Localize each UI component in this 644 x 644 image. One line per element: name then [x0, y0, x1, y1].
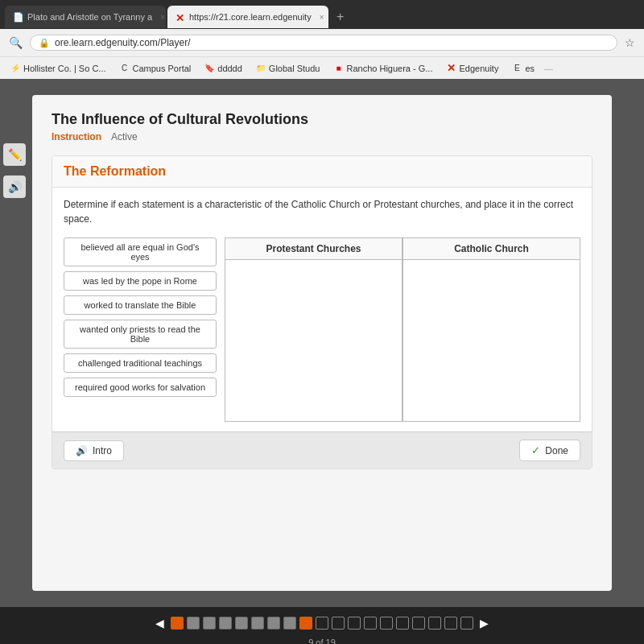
audio-icon-button[interactable]: 🔊: [3, 175, 26, 198]
drop-columns: Protestant Churches Catholic Church: [225, 237, 580, 422]
bookmark-separator: —: [544, 64, 553, 73]
protestant-drop-zone[interactable]: Protestant Churches: [225, 237, 402, 422]
nav-dot-10[interactable]: [316, 617, 328, 630]
bookmark-rancho-label: Rancho Higuera - G...: [346, 64, 432, 73]
bookmark-edgenuity[interactable]: ✕ Edgenuity: [442, 62, 502, 75]
tab-bar: 📄 Plato and Aristotle on Tyranny a × ✕ h…: [0, 0, 644, 29]
catholic-drop-zone[interactable]: Catholic Church: [402, 237, 580, 422]
drag-item-2[interactable]: worked to translate the Bible: [64, 295, 217, 315]
bookmark-ddddd[interactable]: 🔖 ddddd: [200, 62, 246, 75]
bookmark-es-label: es: [525, 64, 535, 73]
status-instruction: Instruction: [52, 131, 101, 142]
nav-dot-8[interactable]: [283, 617, 296, 630]
nav-dot-2[interactable]: [187, 617, 200, 630]
lesson-status-row: Instruction Active: [52, 131, 592, 142]
activity-title: The Reformation: [64, 164, 580, 179]
bookmark-edgenuity-label: Edgenuity: [459, 64, 498, 73]
catholic-column-header: Catholic Church: [403, 238, 580, 260]
activity-body: Determine if each statement is a charact…: [52, 188, 592, 431]
bookmark-ddddd-icon: 🔖: [204, 63, 215, 74]
address-text: ore.learn.edgenuity.com/Player/: [55, 37, 191, 48]
bookmark-rancho[interactable]: ■ Rancho Higuera - G...: [329, 62, 436, 75]
nav-dot-13[interactable]: [364, 617, 377, 630]
bookmark-edgenuity-icon: ✕: [445, 63, 456, 74]
intro-label: Intro: [93, 445, 112, 456]
nav-dot-4[interactable]: [219, 617, 232, 630]
nav-dot-1[interactable]: [171, 617, 184, 630]
intro-icon: 🔊: [76, 445, 88, 456]
protestant-drop-body[interactable]: [225, 260, 402, 421]
tab-2-label: https://r21.core.learn.edgenuity: [189, 12, 312, 22]
tab-1-close[interactable]: ×: [160, 13, 165, 22]
drag-item-5[interactable]: required good works for salvation: [64, 378, 217, 397]
prev-arrow[interactable]: ◀: [152, 617, 167, 630]
bookmark-rancho-icon: ■: [332, 63, 344, 74]
drag-item-3[interactable]: wanted only priests to read the Bible: [64, 320, 217, 349]
nav-dot-11[interactable]: [332, 617, 345, 630]
done-icon: ✓: [531, 444, 540, 456]
next-arrow[interactable]: ▶: [477, 617, 492, 630]
activity-box: The Reformation Determine if each statem…: [52, 155, 592, 469]
drag-item-0[interactable]: believed all are equal in God's eyes: [64, 237, 217, 266]
drag-item-4[interactable]: challenged traditional teachings: [64, 353, 217, 373]
protestant-column-header: Protestant Churches: [225, 238, 402, 260]
address-bar[interactable]: 🔒 ore.learn.edgenuity.com/Player/: [30, 35, 617, 51]
new-tab-button[interactable]: +: [330, 10, 350, 24]
bookmark-hollister-label: Hollister Co. | So C...: [23, 64, 106, 73]
nav-dot-16[interactable]: [412, 617, 425, 630]
nav-dot-15[interactable]: [396, 617, 409, 630]
lesson-title: The Influence of Cultural Revolutions: [52, 111, 592, 128]
bookmark-campus-label: Campus Portal: [133, 64, 192, 73]
bookmark-hollister[interactable]: ⚡ Hollister Co. | So C...: [6, 62, 109, 75]
bookmark-ddddd-label: ddddd: [217, 64, 242, 73]
nav-dot-14[interactable]: [380, 617, 393, 630]
drag-drop-area: believed all are equal in God's eyes was…: [64, 237, 580, 422]
bookmark-hollister-icon: ⚡: [10, 63, 21, 74]
bookmarks-bar: ⚡ Hollister Co. | So C... C Campus Porta…: [0, 56, 644, 79]
star-icon[interactable]: ☆: [622, 36, 638, 49]
tab-1-icon: 📄: [13, 12, 23, 22]
items-column: believed all are equal in God's eyes was…: [64, 237, 225, 422]
bookmark-campus-icon: C: [119, 63, 130, 74]
lock-icon: 🔒: [39, 38, 50, 48]
nav-dot-19[interactable]: [460, 617, 473, 630]
lesson-container: ✏️ 🔊 The Influence of Cultural Revolutio…: [32, 95, 612, 591]
nav-dot-18[interactable]: [444, 617, 457, 630]
nav-dot-5[interactable]: [235, 617, 248, 630]
page-content: ✏️ 🔊 The Influence of Cultural Revolutio…: [0, 79, 644, 607]
bookmark-es-icon: E: [511, 63, 522, 74]
done-label: Done: [545, 445, 568, 456]
side-icons: ✏️ 🔊: [3, 143, 26, 198]
search-icon[interactable]: 🔍: [6, 36, 25, 49]
drag-item-1[interactable]: was led by the pope in Rome: [64, 271, 217, 291]
address-bar-row: 🔍 🔒 ore.learn.edgenuity.com/Player/ ☆: [0, 29, 644, 56]
activity-header: The Reformation: [52, 156, 592, 188]
tab-2-icon: ✕: [175, 12, 184, 22]
edit-icon-button[interactable]: ✏️: [3, 143, 26, 166]
bookmark-campus[interactable]: C Campus Portal: [116, 62, 195, 75]
bookmark-global-icon: 📁: [255, 63, 266, 74]
nav-dot-12[interactable]: [348, 617, 361, 630]
catholic-drop-body[interactable]: [403, 260, 580, 421]
page-count: 9 of 19: [0, 636, 644, 644]
nav-dots-bar: ◀ ▶: [0, 607, 644, 636]
done-button[interactable]: ✓ Done: [519, 440, 580, 461]
status-active: Active: [111, 131, 138, 142]
bottom-toolbar: 🔊 Intro ✓ Done: [52, 431, 592, 469]
nav-dot-6[interactable]: [251, 617, 264, 630]
tab-1-label: Plato and Aristotle on Tyranny a: [27, 12, 152, 22]
bookmark-global[interactable]: 📁 Global Studu: [252, 62, 324, 75]
nav-dot-9[interactable]: [299, 617, 312, 630]
nav-dot-17[interactable]: [428, 617, 441, 630]
tab-2[interactable]: ✕ https://r21.core.learn.edgenuity ×: [167, 6, 328, 28]
intro-button[interactable]: 🔊 Intro: [64, 440, 124, 461]
nav-dot-3[interactable]: [203, 617, 216, 630]
tab-1[interactable]: 📄 Plato and Aristotle on Tyranny a ×: [5, 6, 166, 28]
bookmark-es[interactable]: E es: [508, 62, 538, 75]
nav-dot-7[interactable]: [267, 617, 280, 630]
instruction-text: Determine if each statement is a charact…: [64, 197, 580, 226]
tab-2-close[interactable]: ×: [320, 13, 324, 22]
bookmark-global-label: Global Studu: [269, 64, 320, 73]
